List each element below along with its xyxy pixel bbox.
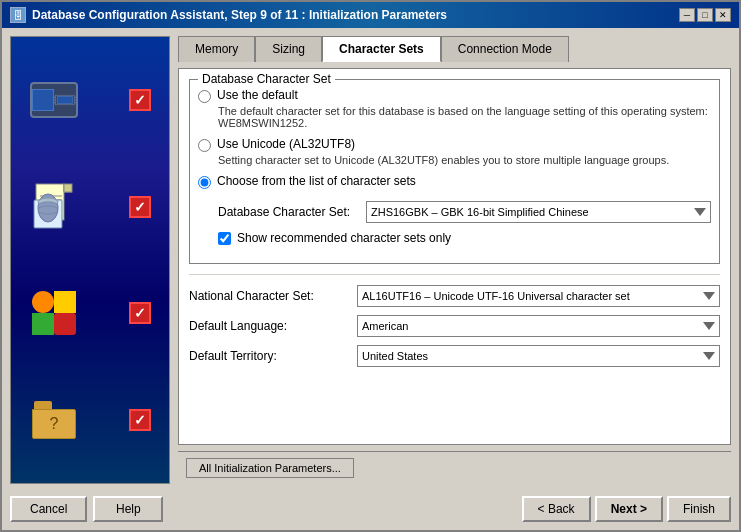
minimize-button[interactable]: ─ [679,8,695,22]
charset-radio-group: Use the default The default character se… [198,88,711,189]
radio-list-label[interactable]: Choose from the list of character sets [217,174,416,188]
main-window: 🗄 Database Configuration Assistant, Step… [0,0,741,532]
radio-default-desc: The default character set for this datab… [218,105,711,129]
check-badge-3: ✓ [129,302,151,324]
radio-use-unicode[interactable] [198,139,211,152]
radio-choose-from-list[interactable] [198,176,211,189]
title-bar: 🗄 Database Configuration Assistant, Step… [2,2,739,28]
svg-rect-2 [54,97,55,98]
svg-rect-4 [54,102,55,103]
svg-rect-7 [75,102,76,103]
tab-bar: Memory Sizing Character Sets Connection … [178,36,731,62]
footer-buttons: Cancel Help < Back Next > Finish [2,492,739,530]
icon-row-2: ✓ [21,178,159,236]
chip-icon [30,82,78,118]
help-button[interactable]: Help [93,496,163,522]
default-lang-select[interactable]: American [357,315,720,337]
default-territory-select[interactable]: United States [357,345,720,367]
right-panel: Memory Sizing Character Sets Connection … [178,36,731,484]
icon-row-1: ✓ [21,71,159,129]
next-button[interactable]: Next > [595,496,663,522]
charset-section: Database Character Set Use the default T… [189,79,720,264]
finish-button[interactable]: Finish [667,496,731,522]
db-charset-row: Database Character Set: ZHS16GBK – GBK 1… [218,201,711,223]
tab-sizing[interactable]: Sizing [255,36,322,62]
tab-connection-mode[interactable]: Connection Mode [441,36,569,62]
svg-rect-10 [64,184,72,192]
folder-body: ? [32,409,76,439]
national-charset-row: National Character Set: AL16UTF16 – Unic… [189,285,720,307]
content-area: ✓ [2,28,739,492]
cancel-button[interactable]: Cancel [10,496,87,522]
check-badge-1: ✓ [129,89,151,111]
radio-unicode-desc: Setting character set to Unicode (AL32UT… [218,154,711,166]
show-recommended-row: Show recommended character sets only [218,231,711,245]
title-bar-left: 🗄 Database Configuration Assistant, Step… [10,7,447,23]
nav-buttons: < Back Next > Finish [522,496,731,522]
bottom-bar: All Initialization Parameters... [178,451,731,484]
radio-unicode-label[interactable]: Use Unicode (AL32UTF8) [217,137,355,151]
db-charset-label: Database Character Set: [218,205,358,219]
svg-rect-3 [54,100,55,101]
maximize-button[interactable]: □ [697,8,713,22]
svg-rect-6 [75,100,76,101]
triangle-shape [32,313,54,335]
national-charset-label: National Character Set: [189,289,349,303]
default-territory-label: Default Territory: [189,349,349,363]
radio-list-option: Choose from the list of character sets [198,174,711,189]
app-icon: 🗄 [10,7,26,23]
back-button[interactable]: < Back [522,496,591,522]
national-charset-select[interactable]: AL16UTF16 – Unicode UTF-16 Universal cha… [357,285,720,307]
tab-content: Database Character Set Use the default T… [178,68,731,445]
check-badge-4: ✓ [129,409,151,431]
icon-row-3: ✓ [21,284,159,342]
footer-left-buttons: Cancel Help [10,496,163,522]
radio-default-option: Use the default The default character se… [198,88,711,129]
close-button[interactable]: ✕ [715,8,731,22]
svg-point-19 [38,206,58,214]
charset-section-title: Database Character Set [198,72,335,86]
title-buttons: ─ □ ✕ [679,8,731,22]
svg-rect-1 [58,97,73,104]
tab-character-sets[interactable]: Character Sets [322,36,441,62]
check-badge-2: ✓ [129,196,151,218]
circle-shape [32,291,54,313]
tab-memory[interactable]: Memory [178,36,255,62]
icon-row-4: ? ✓ [21,391,159,449]
svg-marker-20 [34,315,52,333]
shapes-icon [32,291,76,335]
default-lang-row: Default Language: American [189,315,720,337]
left-panel: ✓ [10,36,170,484]
radio-unicode-row: Use Unicode (AL32UTF8) [198,137,711,152]
radio-default-label[interactable]: Use the default [217,88,298,102]
svg-rect-5 [75,97,76,98]
radio-unicode-option: Use Unicode (AL32UTF8) Setting character… [198,137,711,166]
folder-icon: ? [32,401,76,439]
folder-icon-container: ? [29,395,79,445]
default-territory-row: Default Territory: United States [189,345,720,367]
show-recommended-checkbox[interactable] [218,232,231,245]
radio-list-row: Choose from the list of character sets [198,174,711,189]
square-shape [54,291,76,313]
divider [189,274,720,275]
default-lang-label: Default Language: [189,319,349,333]
radio-use-default[interactable] [198,90,211,103]
chip-icon-container [29,75,79,125]
window-title: Database Configuration Assistant, Step 9… [32,8,447,22]
shapes-icon-container [29,288,79,338]
init-params-button[interactable]: All Initialization Parameters... [186,458,354,478]
radio-default-row: Use the default [198,88,711,103]
folder-tab [34,401,52,409]
red-shape [54,313,76,335]
document-icon-container [29,182,79,232]
db-charset-select[interactable]: ZHS16GBK – GBK 16-bit Simplified Chinese [366,201,711,223]
show-recommended-label[interactable]: Show recommended character sets only [237,231,451,245]
